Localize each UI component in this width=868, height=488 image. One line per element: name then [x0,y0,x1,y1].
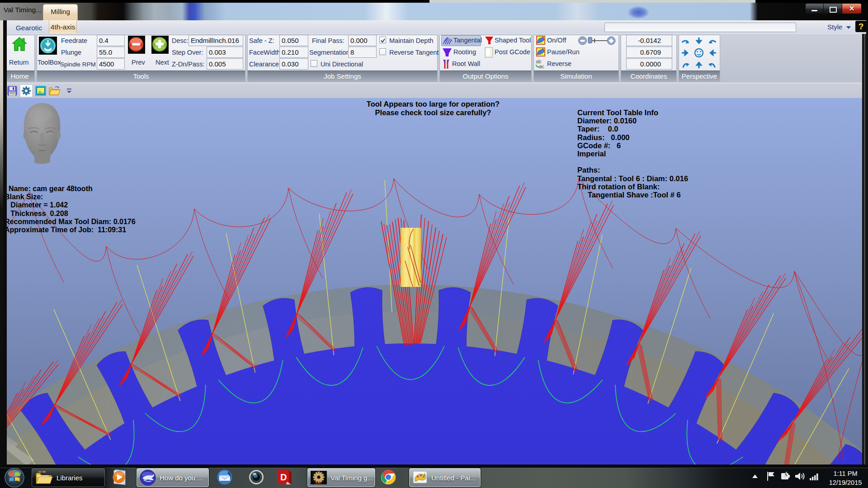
svg-text:D: D [280,472,287,482]
svg-text:ac: ac [539,64,544,69]
svg-text:2.0: 2.0 [315,480,321,484]
